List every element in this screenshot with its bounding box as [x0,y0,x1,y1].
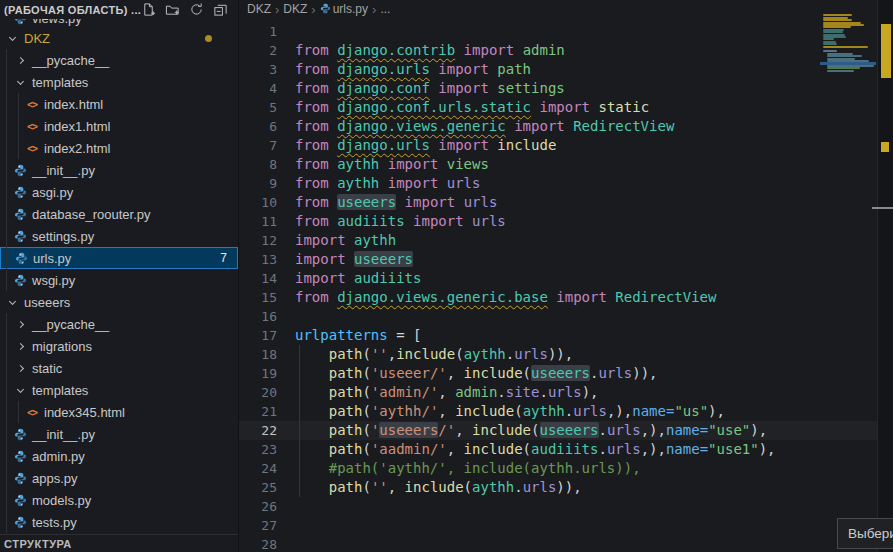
tree-item-admin.py[interactable]: admin.py [0,445,238,467]
overview-ruler[interactable] [877,0,893,552]
code-line-20[interactable]: 20 path('admin/', admin.site.urls), [239,383,893,402]
tree-item-label: wsgi.py [32,273,75,288]
minimap[interactable] [820,2,876,142]
code-line-18[interactable]: 18 path('',include(aythh.urls)), [239,345,893,364]
tree-item-__init__.py[interactable]: __init__.py [0,423,238,445]
code-line-10[interactable]: 10from useeers import urls [239,193,893,212]
code-line-13[interactable]: 13import useeers [239,250,893,269]
minimap-line [827,70,854,72]
tree-item-label: DKZ [24,31,50,46]
tree-item-asgi.py[interactable]: asgi.py [0,181,238,203]
tree-item-label: urls.py [33,251,71,266]
tree-item-__pycache__[interactable]: __pycache__ [0,313,238,335]
tree-item-label: index1.html [44,119,110,134]
line-content: path('aythh/', include(aythh.urls,),name… [295,402,725,421]
minimap-current-line-band [820,62,876,65]
line-content: path('', include(aythh.urls)), [295,478,582,497]
line-content: from audiiits import urls [295,212,506,231]
tree-item-label: apps.py [32,471,78,486]
line-content: import audiiits [295,269,421,288]
tree-item-__pycache__[interactable]: __pycache__ [0,49,238,71]
code-line-26[interactable]: 26 [239,497,893,516]
tree-item-database_roouter.py[interactable]: database_roouter.py [0,203,238,225]
tree-item-useeers[interactable]: useeers [0,291,238,313]
code-line-9[interactable]: 9from aythh import urls [239,174,893,193]
code-line-3[interactable]: 3from django.urls import path [239,60,893,79]
tree-item-urls.py[interactable]: urls.py7 [0,247,238,269]
line-number: 14 [239,269,277,288]
chevron-down-icon [4,294,20,310]
code-line-14[interactable]: 14import audiiits [239,269,893,288]
line-number: 15 [239,288,277,307]
line-content: #path('aythh/', include(aythh.urls)), [295,459,641,478]
refresh-icon[interactable] [189,2,204,17]
tree-item-label: models.py [32,493,91,508]
statusbar-tooltip: Выберите последовательность конца строки [837,518,893,549]
tree-item-static[interactable]: static [0,357,238,379]
tree-item-tests.py[interactable]: tests.py [0,511,238,533]
code-line-28[interactable]: 28 [239,535,893,552]
tree-item-index345.html[interactable]: <>index345.html [0,401,238,423]
tree-item-label: static [32,361,62,376]
new-file-icon[interactable] [141,2,156,17]
line-number: 19 [239,364,277,383]
code-line-11[interactable]: 11from audiiits import urls [239,212,893,231]
code-line-7[interactable]: 7from django.urls import include [239,136,893,155]
line-content: from useeers import urls [295,193,497,212]
chevron-right-icon [12,52,28,68]
editor-pane: DKZ›DKZ› urls.py›... 12from django.contr… [238,0,893,552]
python-file-icon [12,470,28,486]
code-line-2[interactable]: 2from django.contrib import admin [239,41,893,60]
code-line-19[interactable]: 19 path('useeer/', include(useeers.urls)… [239,364,893,383]
tree-item-index.html[interactable]: <>index.html [0,93,238,115]
workspace-title: (РАБОЧАЯ ОБЛАСТЬ) ... [4,4,141,16]
tree-item-__init__.py[interactable]: __init__.py [0,159,238,181]
code-line-27[interactable]: 27 [239,516,893,535]
code-line-17[interactable]: 17urlpatterns = [ [239,326,893,345]
line-number: 25 [239,478,277,497]
line-content: from django.contrib import admin [295,41,565,60]
tree-item-migrations[interactable]: migrations [0,335,238,357]
code-line-25[interactable]: 25 path('', include(aythh.urls)), [239,478,893,497]
code-line-16[interactable]: 16 [239,307,893,326]
tree-item-settings.py[interactable]: settings.py [0,225,238,247]
breadcrumb-item[interactable]: urls.py [320,2,368,16]
tree-item-templates[interactable]: templates [0,71,238,93]
warning-marker [881,24,891,78]
tree-item-templates[interactable]: templates [0,379,238,401]
outline-section-header[interactable]: СТРУКТУРА [0,534,238,552]
collapse-all-icon[interactable] [213,2,228,17]
tree-item-wsgi.py[interactable]: wsgi.py [0,269,238,291]
python-file-icon [12,162,28,178]
new-folder-icon[interactable] [165,2,180,17]
code-line-15[interactable]: 15from django.views.generic.base import … [239,288,893,307]
tree-item-index1.html[interactable]: <>index1.html [0,115,238,137]
code-line-6[interactable]: 6from django.views.generic import Redire… [239,117,893,136]
code-line-5[interactable]: 5from django.conf.urls.static import sta… [239,98,893,117]
breadcrumb-item[interactable]: DKZ [247,2,271,16]
code-line-12[interactable]: 12import aythh [239,231,893,250]
python-file-icon [12,272,28,288]
code-line-1[interactable]: 1 [239,22,893,41]
tree-item-index2.html[interactable]: <>index2.html [0,137,238,159]
breadcrumb-item[interactable]: ... [380,2,390,16]
code-line-23[interactable]: 23 path('aadmin/', include(audiiits.urls… [239,440,893,459]
code-line-22[interactable]: 22 path('useeers/', include(useeers.urls… [239,421,893,440]
tree-item-label: index.html [44,97,103,112]
chevron-right-icon [12,360,28,376]
tree-item-label: index345.html [44,405,125,420]
tree-item-apps.py[interactable]: apps.py [0,467,238,489]
code-line-8[interactable]: 8from aythh import views [239,155,893,174]
code-line-4[interactable]: 4from django.conf import settings [239,79,893,98]
line-number: 12 [239,231,277,250]
minimap-line [823,43,837,45]
code-line-21[interactable]: 21 path('aythh/', include(aythh.urls,),n… [239,402,893,421]
line-number: 5 [239,98,277,117]
tree-item-models.py[interactable]: models.py [0,489,238,511]
explorer-section-header[interactable]: (РАБОЧАЯ ОБЛАСТЬ) ... [0,0,238,19]
breadcrumb-item[interactable]: DKZ [283,2,307,16]
python-file-icon [12,184,28,200]
tree-item-DKZ[interactable]: DKZ [0,27,238,49]
code-line-24[interactable]: 24 #path('aythh/', include(aythh.urls)), [239,459,893,478]
minimap-line [823,31,843,33]
